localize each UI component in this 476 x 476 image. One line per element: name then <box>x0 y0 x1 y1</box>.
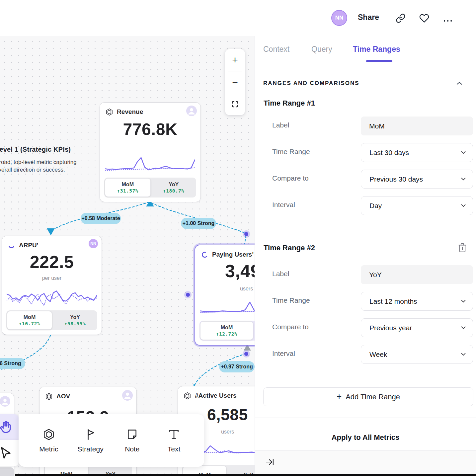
panel-tabs: Context Query Time Ranges <box>255 36 476 62</box>
interval-select[interactable]: Week <box>361 345 473 364</box>
metric-value: 3,49 <box>195 261 255 281</box>
tool-note[interactable]: Note <box>114 428 150 453</box>
sparkline <box>7 286 97 312</box>
owner-avatar[interactable] <box>122 390 133 401</box>
tool-text[interactable]: Text <box>156 428 192 453</box>
edge-endpoint-dot <box>186 293 190 297</box>
share-button[interactable]: Share <box>358 13 379 22</box>
collapse-panel-button[interactable] <box>265 457 275 467</box>
hexagon-metric-icon <box>45 392 53 401</box>
chevron-down-icon <box>461 178 466 181</box>
edge-label-strong-066[interactable]: 66 Strong <box>0 358 25 369</box>
metric-card-revenue[interactable]: Revenue 776.8K MoM ↑31.57% YoY ↑180.7% <box>100 102 201 202</box>
edge-label-strong-1[interactable]: +1.00 Strong <box>181 218 216 229</box>
collapse-section-button[interactable] <box>456 81 463 85</box>
compare-to-select[interactable]: Previous 30 days <box>361 170 473 189</box>
fullscreen-icon <box>231 100 239 108</box>
badge-mom[interactable]: MoM ↑12.72% <box>200 321 253 340</box>
chevron-down-icon <box>461 326 466 329</box>
time-range-1-title: Time Range #1 <box>264 99 315 108</box>
canvas-toolbar: Metric Strategy Note Text <box>19 414 204 467</box>
chevron-down-icon <box>461 151 466 154</box>
field-label: Interval <box>272 201 295 209</box>
annotation-title: Level 1 (Strategic KPIs) <box>0 146 85 153</box>
card-title: AOV <box>56 393 70 400</box>
tool-strategy[interactable]: Strategy <box>72 428 109 453</box>
owner-avatar[interactable] <box>186 106 197 116</box>
sparkline <box>105 155 195 177</box>
compare-to-select[interactable]: Previous year <box>361 318 473 337</box>
hexagon-icon <box>42 428 55 441</box>
fit-view-button[interactable] <box>225 93 245 115</box>
active-tab-underline <box>366 60 392 62</box>
loading-spinner-icon <box>200 251 209 259</box>
tool-metric[interactable]: Metric <box>31 428 67 453</box>
text-icon <box>167 428 181 441</box>
edge-label-moderate[interactable]: +0.58 Moderate <box>81 213 121 224</box>
badge-yoy[interactable]: YoY ↑180.7% <box>151 178 197 198</box>
panel-bottom-bar <box>255 451 476 476</box>
tab-query[interactable]: Query <box>311 45 332 54</box>
metric-unit: users <box>195 286 255 292</box>
collapse-right-icon <box>265 457 275 467</box>
edge-endpoint-dot <box>244 352 248 356</box>
copy-link-icon[interactable] <box>396 13 406 23</box>
field-label: Time Range <box>272 296 310 304</box>
trash-icon <box>458 242 467 253</box>
zoom-in-button[interactable]: + <box>225 49 245 71</box>
level1-annotation: Level 1 (Strategic KPIs) Broad, top-leve… <box>0 146 85 174</box>
badge-yoy[interactable]: YoY ↑58.55% <box>53 310 97 330</box>
edge-endpoint-dot <box>244 232 248 236</box>
zoom-out-button[interactable]: − <box>225 71 245 93</box>
field-label: Compare to <box>272 174 309 182</box>
field-label: Label <box>272 270 289 278</box>
clipped-text-fragment: s <box>0 262 0 269</box>
edge-label-strong-097[interactable]: +0.97 Strong <box>219 361 255 372</box>
field-label: Compare to <box>272 323 309 331</box>
delete-time-range-button[interactable] <box>458 242 467 253</box>
more-options-icon[interactable] <box>443 16 453 26</box>
window-bottom-edge <box>15 474 476 476</box>
badge-mom[interactable]: MoM ↑16.72% <box>7 311 52 330</box>
metric-tree-canvas[interactable]: Level 1 (Strategic KPIs) Broad, top-leve… <box>0 36 255 476</box>
user-avatar[interactable]: NN <box>331 10 347 26</box>
field-label: Interval <box>272 350 295 357</box>
time-range-select[interactable]: Last 12 months <box>361 292 473 311</box>
select-tool[interactable] <box>0 440 19 466</box>
badge-mom[interactable]: MoM ↑31.57% <box>105 178 151 197</box>
field-label: Label <box>272 121 289 129</box>
flag-icon <box>84 428 97 441</box>
plus-icon: + <box>337 391 342 402</box>
label-input[interactable]: YoY <box>361 265 473 284</box>
metric-card-arpu[interactable]: ARPU' NN 222.5 per user MoM ↑16.72% YoY … <box>2 236 102 335</box>
chevron-down-icon <box>461 353 466 356</box>
field-label: Time Range <box>272 148 310 156</box>
tab-context[interactable]: Context <box>263 45 289 54</box>
hand-icon <box>0 420 13 434</box>
tab-time-ranges[interactable]: Time Ranges <box>353 45 400 54</box>
arrowhead-into-arpu <box>47 228 55 235</box>
owner-avatar[interactable] <box>0 396 10 407</box>
metric-card-paying-users[interactable]: Paying Users' 3,49 users MoM ↑12.72% <box>195 245 255 346</box>
top-header: NN Share <box>0 0 476 36</box>
add-time-range-button[interactable]: + Add Time Range <box>263 387 473 406</box>
hexagon-metric-icon <box>183 392 192 400</box>
sparkline <box>200 298 255 320</box>
chevron-down-icon <box>461 204 466 207</box>
clipped-card-footer <box>0 467 14 476</box>
hand-tool[interactable] <box>0 414 19 440</box>
favorite-heart-icon[interactable] <box>419 13 429 23</box>
annotation-line1: Broad, top-level metric capturing <box>0 159 77 165</box>
app-root: NN Share Level 1 (Strategic KPIs) Broad,… <box>0 0 476 476</box>
apply-to-all-metrics-button[interactable]: Apply to All Metrics <box>255 433 476 442</box>
card-title: Revenue <box>117 108 143 116</box>
card-title: ARPU' <box>19 242 38 249</box>
note-icon <box>125 428 139 441</box>
card-title: #Active Users <box>195 392 237 399</box>
loading-spinner-icon <box>7 241 16 250</box>
section-title: RANGES AND COMPARISONS <box>263 80 359 86</box>
metric-value: 776.8K <box>100 120 200 139</box>
interval-select[interactable]: Day <box>361 196 473 215</box>
time-range-select[interactable]: Last 30 days <box>361 143 473 162</box>
label-input[interactable]: MoM <box>361 117 473 135</box>
